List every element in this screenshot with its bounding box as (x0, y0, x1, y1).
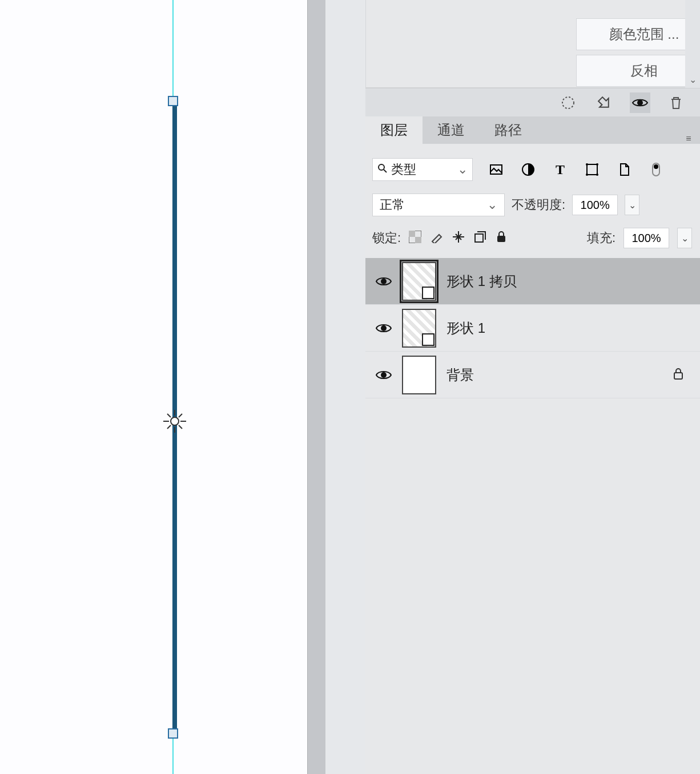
lock-row: 锁定: 填充: 100% ⌄ (372, 225, 692, 251)
lock-label: 锁定: (372, 229, 401, 247)
svg-point-17 (381, 279, 387, 284)
filter-pixel-icon[interactable] (488, 161, 505, 178)
color-range-button[interactable]: 颜色范围 ... (576, 18, 700, 50)
tab-paths[interactable]: 路径 (480, 116, 537, 144)
opacity-value[interactable]: 100% (572, 195, 618, 215)
layer-row[interactable]: 形状 1 拷贝 (365, 258, 700, 305)
svg-point-12 (654, 164, 658, 169)
svg-point-1 (562, 97, 574, 108)
opacity-label: 不透明度: (512, 196, 565, 213)
chevron-down-icon: ⌄ (487, 197, 497, 212)
right-panels: 颜色范围 ... 反相 ⌄ 图层 通道 路径 ≡ 类型 ⌄ T (325, 0, 700, 774)
layer-type-filter[interactable]: 类型 ⌄ (372, 158, 473, 181)
lock-artboard-icon[interactable] (474, 231, 486, 245)
svg-point-10 (596, 174, 598, 176)
visibility-eye-icon[interactable] (630, 92, 650, 113)
canvas-gutter (307, 0, 325, 774)
layer-filter-row: 类型 ⌄ T (372, 156, 692, 183)
svg-point-0 (171, 417, 179, 425)
transform-handle-bottom[interactable] (168, 728, 178, 739)
lock-all-icon[interactable] (496, 231, 507, 245)
chevron-down-icon: ⌄ (457, 162, 468, 177)
panel-tabs: 图层 通道 路径 ≡ (365, 116, 700, 144)
svg-rect-14 (409, 231, 415, 237)
svg-point-19 (381, 372, 387, 378)
lock-transparency-icon[interactable] (409, 231, 421, 245)
filter-smart-icon[interactable] (615, 161, 633, 178)
svg-point-7 (586, 163, 588, 166)
tab-layers[interactable]: 图层 (365, 116, 423, 144)
visibility-eye-icon[interactable] (376, 367, 392, 383)
selection-icon[interactable] (558, 92, 578, 113)
trash-icon[interactable] (666, 92, 686, 113)
layer-row[interactable]: 背景 (365, 352, 700, 398)
layers-panel: 类型 ⌄ T 正常 ⌄ 不透明度: 100% ⌄ 锁定: (365, 144, 700, 774)
mask-panel: 颜色范围 ... 反相 ⌄ (365, 0, 700, 88)
visibility-eye-icon[interactable] (376, 320, 392, 336)
svg-point-3 (379, 164, 384, 170)
lock-position-icon[interactable] (452, 231, 465, 245)
layer-thumbnail[interactable] (402, 262, 436, 301)
lock-pixels-icon[interactable] (431, 231, 443, 245)
chevron-down-icon[interactable]: ⌄ (687, 74, 698, 84)
filter-adjustment-icon[interactable] (520, 161, 537, 178)
svg-point-18 (381, 325, 387, 331)
filter-label: 类型 (391, 161, 416, 178)
opacity-dropdown-icon[interactable]: ⌄ (625, 195, 639, 215)
layer-thumbnail[interactable] (402, 309, 436, 348)
search-icon (377, 162, 388, 177)
panel-scrollbar[interactable]: ⌄ (685, 0, 700, 88)
layer-name[interactable]: 形状 1 (446, 319, 485, 337)
svg-rect-16 (497, 236, 505, 242)
layer-thumbnail[interactable] (402, 356, 436, 394)
blend-mode-value: 正常 (380, 196, 405, 213)
svg-point-9 (586, 174, 588, 176)
mask-action-bar (365, 88, 700, 116)
visibility-eye-icon[interactable] (376, 273, 392, 289)
svg-rect-6 (587, 164, 597, 175)
canvas-area[interactable] (0, 0, 307, 774)
panel-menu-icon[interactable]: ≡ (677, 134, 700, 144)
svg-point-8 (596, 163, 598, 166)
transform-handle-top[interactable] (168, 96, 178, 106)
fill-label: 填充: (587, 229, 615, 247)
apply-mask-icon[interactable] (594, 92, 614, 113)
blend-row: 正常 ⌄ 不透明度: 100% ⌄ (372, 192, 692, 218)
svg-rect-15 (415, 237, 421, 243)
filter-shape-icon[interactable] (584, 161, 601, 178)
svg-rect-20 (674, 373, 682, 379)
layer-row[interactable]: 形状 1 (365, 305, 700, 352)
svg-point-2 (637, 100, 643, 106)
filter-toggle-icon[interactable] (647, 161, 665, 178)
layer-name[interactable]: 背景 (446, 366, 474, 384)
tab-channels[interactable]: 通道 (423, 116, 480, 144)
layer-name[interactable]: 形状 1 拷贝 (446, 272, 517, 291)
invert-button[interactable]: 反相 (576, 55, 700, 87)
filter-text-icon[interactable]: T (552, 161, 569, 178)
fill-dropdown-icon[interactable]: ⌄ (677, 228, 692, 248)
transform-origin-icon[interactable] (162, 409, 187, 434)
lock-icon (673, 368, 684, 382)
layers-list: 形状 1 拷贝 形状 1 背景 (365, 258, 700, 398)
fill-value[interactable]: 100% (623, 228, 669, 248)
blend-mode-select[interactable]: 正常 ⌄ (372, 194, 505, 216)
